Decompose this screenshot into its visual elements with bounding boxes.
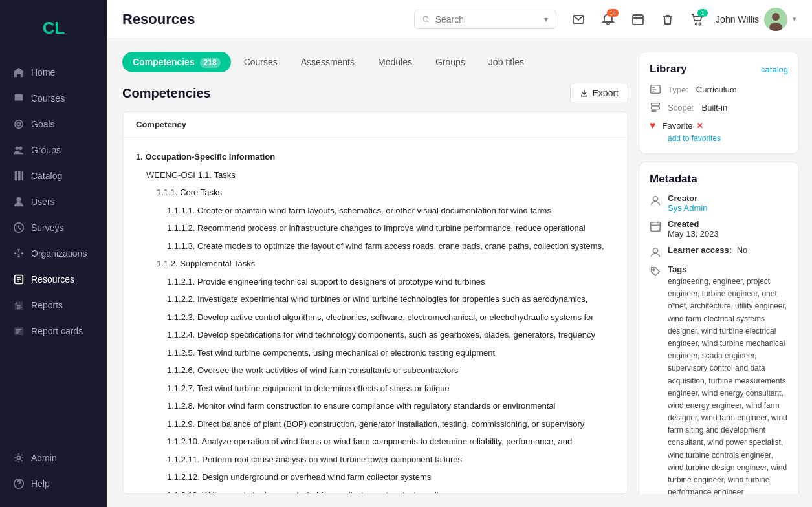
sidebar-item-label: Catalog xyxy=(31,171,62,181)
avatar-image xyxy=(764,8,787,31)
competency-item: 1.1.2.2. Investigate experimental wind t… xyxy=(136,290,615,308)
export-label: Export xyxy=(593,88,619,98)
scope-value: Built-in xyxy=(701,103,727,113)
library-card: Library catalog Type: Curriculum Scope: … xyxy=(639,52,799,154)
type-row: Type: Curriculum xyxy=(650,83,788,95)
type-label: Type: xyxy=(668,85,688,94)
sidebar-item-help[interactable]: Help xyxy=(0,471,107,497)
created-icon xyxy=(650,221,661,232)
competency-item: 1.1.2.8. Monitor wind farm construction … xyxy=(136,397,615,415)
svg-text:CL: CL xyxy=(42,18,65,38)
learner-access-content: Learner access: No xyxy=(668,245,747,255)
creator-row: Creator Sys Admin xyxy=(650,193,788,213)
favorite-remove[interactable]: ✕ xyxy=(696,121,703,131)
tab-modules[interactable]: Modules xyxy=(368,52,422,72)
competency-item: 1.1.2.4. Develop specifications for wind… xyxy=(136,326,615,344)
svg-point-29 xyxy=(772,13,780,21)
search-icon xyxy=(422,15,430,24)
content-body: Competencies 218 Courses Assessments Mod… xyxy=(107,39,812,507)
created-value: May 13, 2023 xyxy=(668,229,719,239)
competency-item: 1.1.2.3. Develop active control algorith… xyxy=(136,308,615,327)
sidebar-nav: Home Courses Goals Groups Catalog Users xyxy=(0,57,107,440)
creator-label: Creator xyxy=(668,193,707,203)
calendar-button[interactable] xyxy=(626,8,650,31)
notifications-button[interactable]: 14 xyxy=(597,8,620,31)
user-dropdown-icon[interactable]: ▾ xyxy=(793,15,796,23)
favorite-row: ♥ Favorite ✕ xyxy=(650,120,788,131)
tags-value: engineering, engineer, project engineer,… xyxy=(668,275,788,494)
sidebar-item-surveys[interactable]: Surveys xyxy=(0,215,107,241)
sidebar-item-goals[interactable]: Goals xyxy=(0,111,107,137)
sidebar-item-catalog[interactable]: Catalog xyxy=(0,163,107,189)
svg-rect-15 xyxy=(17,256,20,258)
sidebar-item-home[interactable]: Home xyxy=(0,59,107,85)
svg-rect-32 xyxy=(652,103,660,106)
tags-label: Tags xyxy=(668,264,788,274)
organizations-icon xyxy=(13,248,25,259)
catalog-link[interactable]: catalog xyxy=(761,65,788,74)
surveys-icon xyxy=(13,222,25,233)
created-content: Created May 13, 2023 xyxy=(668,219,719,239)
tab-courses[interactable]: Courses xyxy=(234,52,288,72)
search-input[interactable] xyxy=(435,14,539,25)
sidebar-item-label: Goals xyxy=(31,119,55,129)
sidebar-item-label: Courses xyxy=(31,93,65,103)
sidebar-item-reports[interactable]: Reports xyxy=(0,292,107,318)
sidebar-item-groups[interactable]: Groups xyxy=(0,137,107,163)
search-bar[interactable]: ▾ xyxy=(414,10,556,29)
competency-item: 1.1.1.1. Create or maintain wind farm la… xyxy=(136,202,615,220)
sidebar-item-resources[interactable]: Resources xyxy=(0,266,107,292)
competency-item: 1.1.2.10. Analyze operation of wind farm… xyxy=(136,433,615,451)
export-button[interactable]: Export xyxy=(570,83,628,103)
search-dropdown-icon[interactable]: ▾ xyxy=(544,15,548,24)
creator-value[interactable]: Sys Admin xyxy=(668,203,707,213)
sidebar-item-admin[interactable]: Admin xyxy=(0,445,107,471)
sidebar-item-report-cards[interactable]: Report cards xyxy=(0,318,107,344)
competency-item: 1.1.2.6. Oversee the work activities of … xyxy=(136,361,615,380)
svg-point-35 xyxy=(653,197,657,201)
type-value: Curriculum xyxy=(696,85,737,94)
header: Resources ▾ 14 xyxy=(107,0,812,39)
competency-item: 1.1.1.3. Create models to optimize the l… xyxy=(136,237,615,255)
competencies-title: Competencies xyxy=(122,86,211,101)
svg-rect-7 xyxy=(15,171,17,180)
svg-rect-8 xyxy=(18,171,21,180)
competency-item: WEENG-OSI 1.1. Tasks xyxy=(136,166,615,184)
svg-rect-36 xyxy=(651,222,660,232)
user-info[interactable]: John Willis ▾ xyxy=(716,8,796,31)
library-title: Library xyxy=(650,63,687,76)
tab-assessments[interactable]: Assessments xyxy=(291,52,365,72)
tab-competencies[interactable]: Competencies 218 xyxy=(122,52,231,72)
cart-button[interactable]: 1 xyxy=(686,8,709,31)
tab-job-titles[interactable]: Job titles xyxy=(478,52,534,72)
tags-content: Tags engineering, engineer, project engi… xyxy=(668,264,788,494)
sidebar-item-label: Users xyxy=(31,197,55,207)
svg-point-3 xyxy=(15,120,23,129)
main-panel: Competencies 218 Courses Assessments Mod… xyxy=(122,52,628,494)
tab-groups[interactable]: Groups xyxy=(425,52,476,72)
trash-button[interactable] xyxy=(656,8,679,31)
sidebar-item-organizations[interactable]: Organizations xyxy=(0,241,107,266)
svg-point-38 xyxy=(653,269,655,271)
svg-point-21 xyxy=(17,456,20,459)
add-to-favorites-link[interactable]: add to favorites xyxy=(668,134,788,143)
mail-button[interactable] xyxy=(567,8,590,31)
svg-point-5 xyxy=(16,147,19,150)
competency-item: 1.1.1. Core Tasks xyxy=(136,184,615,202)
catalog-icon xyxy=(13,170,25,182)
sidebar-item-users[interactable]: Users xyxy=(0,189,107,215)
resources-icon xyxy=(13,274,25,285)
type-icon xyxy=(650,83,661,95)
right-panel: Library catalog Type: Curriculum Scope: … xyxy=(639,52,799,494)
svg-rect-19 xyxy=(17,308,20,309)
sidebar-item-label: Groups xyxy=(31,145,61,155)
competencies-table: Competency 1. Occupation-Specific Inform… xyxy=(122,111,628,494)
sidebar-item-label: Resources xyxy=(31,274,74,285)
scope-label: Scope: xyxy=(668,103,694,113)
sidebar-item-courses[interactable]: Courses xyxy=(0,85,107,111)
favorite-heart-icon: ♥ xyxy=(650,120,656,131)
sidebar-item-label: Surveys xyxy=(31,222,64,233)
svg-point-6 xyxy=(19,147,22,150)
logo: CL xyxy=(0,0,107,57)
trash-icon xyxy=(661,13,674,26)
